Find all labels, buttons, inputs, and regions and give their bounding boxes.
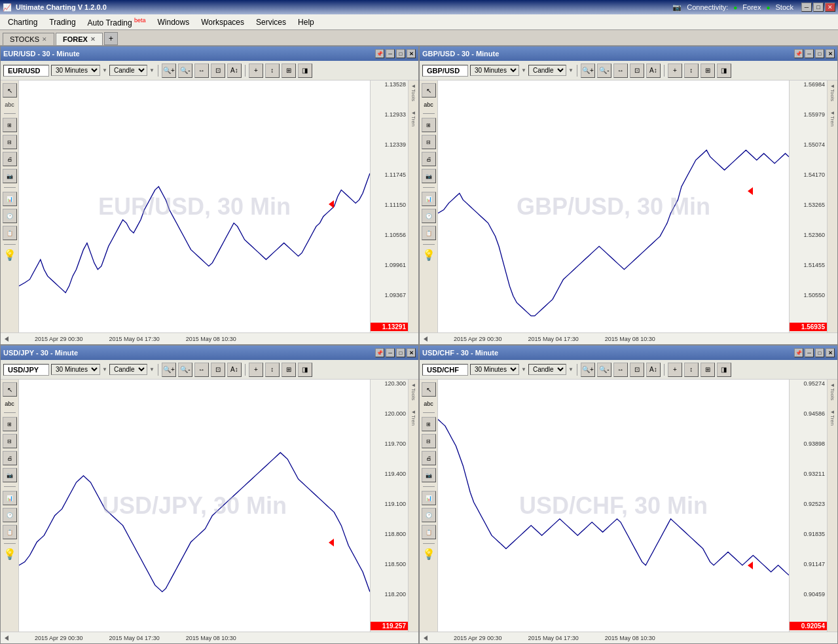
usdjpy-min[interactable]: ─: [386, 348, 395, 357]
jpy-stats[interactable]: 📊: [3, 491, 17, 505]
add-tab-button[interactable]: +: [104, 32, 118, 45]
chf-zoom-out[interactable]: 🔍-: [597, 363, 611, 377]
menu-windows[interactable]: Windows: [153, 16, 195, 28]
gbp-cross[interactable]: +: [668, 63, 682, 78]
crosshair-btn[interactable]: +: [249, 63, 263, 78]
close-button[interactable]: ✕: [825, 3, 835, 12]
gbp-split[interactable]: ◨: [717, 63, 731, 78]
jpy-trend-label[interactable]: ◄Tren: [410, 409, 416, 425]
chf-zoom-in[interactable]: 🔍+: [581, 363, 595, 377]
chart-eurusd-close[interactable]: ✕: [407, 49, 416, 58]
usdjpy-canvas[interactable]: USD/JPY, 30 Min: [19, 380, 370, 632]
jpy-scroll-left[interactable]: [3, 635, 9, 641]
chf-stats[interactable]: 📊: [422, 491, 436, 505]
pan-btn[interactable]: ↔: [194, 63, 209, 78]
eurusd-symbol[interactable]: EUR/USD: [3, 65, 49, 77]
chf-clock[interactable]: 🕐: [422, 508, 436, 522]
chf-trend-label[interactable]: ◄Tren: [829, 409, 835, 425]
gbp-clock[interactable]: 🕐: [422, 209, 436, 223]
chf-cursor[interactable]: ↖: [422, 382, 436, 397]
chf-grid[interactable]: ⊞: [422, 417, 436, 431]
jpy-zoom-out[interactable]: 🔍-: [178, 363, 192, 377]
eurusd-timeframe[interactable]: 30 Minutes: [51, 65, 100, 76]
chart-eurusd-pin[interactable]: 📌: [375, 49, 384, 58]
chf-scroll-left[interactable]: [422, 635, 428, 641]
gbp-font[interactable]: A↕: [646, 63, 661, 78]
chf-pan[interactable]: ↔: [613, 363, 628, 377]
jpy-zoom-in[interactable]: 🔍+: [162, 363, 176, 377]
gbp-pan[interactable]: ↔: [613, 63, 628, 78]
chf-font[interactable]: A↕: [646, 363, 661, 377]
stats-tool[interactable]: 📊: [3, 192, 17, 206]
chf-excel[interactable]: 📋: [422, 525, 436, 539]
cursor-tool[interactable]: ↖: [3, 83, 17, 98]
chf-line[interactable]: ⊟: [422, 434, 436, 448]
gbpusd-canvas[interactable]: GBP/USD, 30 Min: [438, 80, 789, 332]
gbpusd-min[interactable]: ─: [805, 49, 814, 58]
split-btn[interactable]: ◨: [298, 63, 312, 78]
menu-charting[interactable]: Charting: [3, 16, 43, 28]
zoom-out-btn[interactable]: 🔍-: [178, 63, 192, 78]
clock-tool[interactable]: 🕐: [3, 209, 17, 223]
chf-overlay[interactable]: ⊞: [701, 363, 715, 377]
gbp-price[interactable]: ↕: [684, 63, 699, 78]
jpy-grid[interactable]: ⊞: [3, 417, 17, 431]
jpy-clock[interactable]: 🕐: [3, 508, 17, 522]
menu-help[interactable]: Help: [293, 16, 319, 28]
jpy-font[interactable]: A↕: [227, 363, 242, 377]
usdchf-pin[interactable]: 📌: [794, 348, 803, 357]
text-tool[interactable]: abc: [3, 100, 16, 109]
usdchf-min[interactable]: ─: [805, 348, 814, 357]
usdjpy-symbol[interactable]: USD/JPY: [3, 364, 49, 376]
gbp-overlay[interactable]: ⊞: [701, 63, 715, 78]
zoom-in-btn[interactable]: 🔍+: [162, 63, 176, 78]
usdjpy-charttype[interactable]: Candle: [109, 364, 147, 375]
usdchf-close[interactable]: ✕: [826, 348, 835, 357]
menu-autotrading[interactable]: Auto Trading beta: [82, 16, 151, 29]
gbp-cam[interactable]: 📷: [422, 169, 436, 183]
chf-tools-label[interactable]: ◄Tools: [829, 382, 835, 401]
chf-print[interactable]: 🖨: [422, 451, 436, 465]
chf-fit[interactable]: ⊡: [630, 363, 644, 377]
grid-tool[interactable]: ⊞: [3, 118, 17, 132]
price-line-btn[interactable]: ↕: [265, 63, 280, 78]
gbpusd-pin[interactable]: 📌: [794, 49, 803, 58]
jpy-split[interactable]: ◨: [298, 363, 312, 377]
jpy-tools-label[interactable]: ◄Tools: [410, 382, 416, 401]
gbpusd-timeframe[interactable]: 30 Minutes: [470, 65, 519, 76]
gbp-line[interactable]: ⊟: [422, 135, 436, 149]
gbp-stats[interactable]: 📊: [422, 192, 436, 206]
tab-forex-close[interactable]: ✕: [90, 36, 96, 43]
eurusd-canvas[interactable]: EUR/USD, 30 Min: [19, 80, 370, 332]
usdchf-symbol[interactable]: USD/CHF: [422, 364, 468, 376]
jpy-price[interactable]: ↕: [265, 363, 280, 377]
chf-split[interactable]: ◨: [717, 363, 731, 377]
gbp-excel[interactable]: 📋: [422, 226, 436, 240]
jpy-pan[interactable]: ↔: [194, 363, 209, 377]
jpy-line[interactable]: ⊟: [3, 434, 17, 448]
gbp-trend-label[interactable]: ◄Tren: [829, 110, 835, 126]
maximize-button[interactable]: □: [813, 3, 824, 12]
chart-eurusd-min[interactable]: ─: [386, 49, 395, 58]
chf-cam[interactable]: 📷: [422, 468, 436, 482]
gbpusd-charttype[interactable]: Candle: [528, 65, 566, 76]
line-tool[interactable]: ⊟: [3, 135, 17, 149]
gbpusd-symbol[interactable]: GBP/USD: [422, 65, 468, 77]
tab-forex[interactable]: FOREX ✕: [56, 33, 103, 45]
jpy-cursor[interactable]: ↖: [3, 382, 17, 397]
tab-stocks[interactable]: STOCKS ✕: [3, 33, 54, 45]
jpy-fit[interactable]: ⊡: [211, 363, 225, 377]
jpy-overlay[interactable]: ⊞: [282, 363, 296, 377]
usdchf-max[interactable]: □: [815, 348, 824, 357]
gbp-print[interactable]: 🖨: [422, 152, 436, 166]
overlay-btn[interactable]: ⊞: [282, 63, 296, 78]
gbpusd-close[interactable]: ✕: [826, 49, 835, 58]
chf-cross[interactable]: +: [668, 363, 682, 377]
tab-stocks-close[interactable]: ✕: [42, 36, 47, 43]
usdjpy-pin[interactable]: 📌: [375, 348, 384, 357]
jpy-cam[interactable]: 📷: [3, 468, 17, 482]
jpy-excel[interactable]: 📋: [3, 525, 17, 539]
gbp-tools-label[interactable]: ◄Tools: [829, 83, 835, 101]
chf-price[interactable]: ↕: [684, 363, 699, 377]
excel-tool[interactable]: 📋: [3, 226, 17, 240]
